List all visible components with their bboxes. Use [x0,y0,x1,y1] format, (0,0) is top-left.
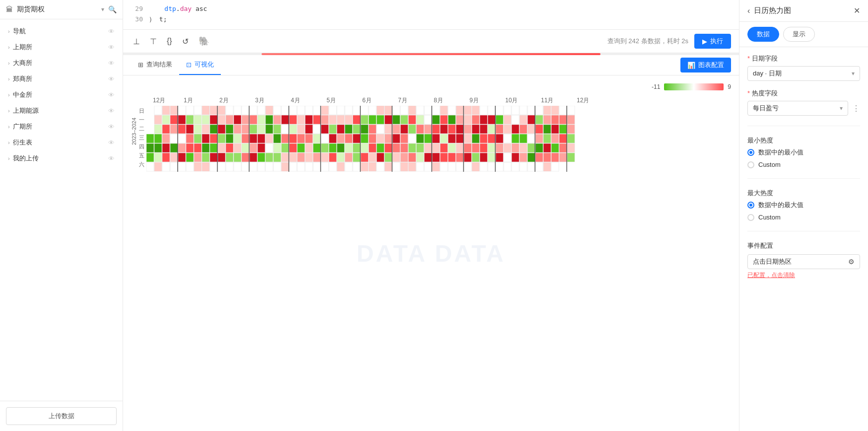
heatmap-cell[interactable] [401,134,408,143]
heatmap-cell[interactable] [408,115,416,124]
heatmap-cell[interactable] [273,144,281,152]
heatmap-cell[interactable] [202,125,209,134]
heatmap-cell[interactable] [377,153,384,162]
heatmap-cell[interactable] [162,144,170,152]
heatmap-cell[interactable] [289,115,297,124]
heatmap-cell[interactable] [432,162,440,171]
heatmap-cell[interactable] [464,106,471,115]
sidebar-item-上期能源[interactable]: › 上期能源 👁 [0,103,123,119]
heatmap-cell[interactable] [377,134,384,143]
heatmap-cell[interactable] [178,153,186,162]
heatmap-cell[interactable] [551,134,559,143]
heatmap-cell[interactable] [146,153,154,162]
heatmap-cell[interactable] [266,144,273,152]
heatmap-cell[interactable] [480,125,487,134]
sidebar-item-广期所[interactable]: › 广期所 👁 [0,119,123,135]
heatmap-cell[interactable] [440,144,448,152]
heatmap-cell[interactable] [202,106,209,115]
heatmap-cell[interactable] [448,106,456,115]
sidebar-item-中金所[interactable]: › 中金所 👁 [0,87,123,103]
heatmap-cell[interactable] [424,144,432,152]
heatmap-cell[interactable] [528,144,535,152]
heatmap-cell[interactable] [472,125,479,134]
heatmap-cell[interactable] [250,162,257,171]
heatmap-cell[interactable] [305,125,313,134]
heatmap-cell[interactable] [393,125,400,134]
heatmap-cell[interactable] [178,144,186,152]
heatmap-cell[interactable] [512,115,519,124]
heatmap-cell[interactable] [242,115,249,124]
heatmap-cell[interactable] [258,125,265,134]
heatmap-cell[interactable] [202,162,209,171]
heatmap-cell[interactable] [535,162,543,171]
sidebar-item-导航[interactable]: › 导航 👁 [0,23,123,39]
heatmap-cell[interactable] [440,115,448,124]
heatmap-cell[interactable] [488,115,495,124]
heatmap-cell[interactable] [567,144,575,152]
heatmap-cell[interactable] [551,106,559,115]
heatmap-cell[interactable] [345,144,352,152]
heatmap-cell[interactable] [567,115,575,124]
execute-button[interactable]: ▶ 执行 [694,34,731,49]
heatmap-cell[interactable] [361,115,368,124]
heatmap-cell[interactable] [273,125,281,134]
heatmap-cell[interactable] [408,153,416,162]
heatmap-cell[interactable] [543,115,551,124]
heatmap-cell[interactable] [162,106,170,115]
heatmap-cell[interactable] [535,115,543,124]
heatmap-cell[interactable] [337,125,344,134]
heatmap-cell[interactable] [480,106,487,115]
toolbar-icon-2[interactable]: ⊤ [148,35,159,48]
heatmap-cell[interactable] [416,125,424,134]
heatmap-cell[interactable] [504,162,511,171]
heatmap-cell[interactable] [210,106,217,115]
panel-tab-data[interactable]: 数据 [747,27,779,42]
heatmap-cell[interactable] [297,125,305,134]
heatmap-cell[interactable] [464,125,471,134]
heatmap-cell[interactable] [329,144,336,152]
toolbar-icon-3[interactable]: {} [165,35,174,48]
heatmap-cell[interactable] [266,162,273,171]
heatmap-cell[interactable] [440,125,448,134]
heatmap-cell[interactable] [369,106,376,115]
heatmap-cell[interactable] [456,144,464,152]
heatmap-cell[interactable] [361,106,368,115]
heatmap-cell[interactable] [186,162,194,171]
heatmap-cell[interactable] [448,115,456,124]
heatmap-cell[interactable] [289,134,297,143]
heatmap-cell[interactable] [408,162,416,171]
heatmap-cell[interactable] [369,153,376,162]
heatmap-cell[interactable] [567,134,575,143]
heatmap-cell[interactable] [178,115,186,124]
heatmap-cell[interactable] [416,162,424,171]
heatmap-cell[interactable] [361,125,368,134]
heatmap-cell[interactable] [377,162,384,171]
heatmap-cell[interactable] [472,115,479,124]
heatmap-cell[interactable] [535,106,543,115]
tab-visualize[interactable]: ⊡ 可视化 [179,55,221,75]
heatmap-cell[interactable] [401,162,408,171]
heatmap-cell[interactable] [488,162,495,171]
heatmap-cell[interactable] [401,106,408,115]
heatmap-cell[interactable] [401,144,408,152]
heatmap-cell[interactable] [520,134,527,143]
heatmap-cell[interactable] [202,153,209,162]
heatmap-cell[interactable] [567,125,575,134]
heatmap-cell[interactable] [297,115,305,124]
heatmap-cell[interactable] [321,153,329,162]
heatmap-cell[interactable] [210,162,217,171]
heatmap-cell[interactable] [281,134,289,143]
heatmap-cell[interactable] [472,134,479,143]
heatmap-cell[interactable] [273,106,281,115]
heatmap-cell[interactable] [464,153,471,162]
heatmap-cell[interactable] [289,153,297,162]
heatmap-cell[interactable] [178,134,186,143]
heatmap-cell[interactable] [178,125,186,134]
heatmap-cell[interactable] [210,125,217,134]
max-heat-option-data[interactable]: 数据中的最大值 [747,201,860,210]
heatmap-cell[interactable] [504,125,511,134]
heatmap-cell[interactable] [258,153,265,162]
heatmap-cell[interactable] [353,153,360,162]
tab-query-result[interactable]: ⊞ 查询结果 [131,55,179,75]
heatmap-cell[interactable] [424,125,432,134]
